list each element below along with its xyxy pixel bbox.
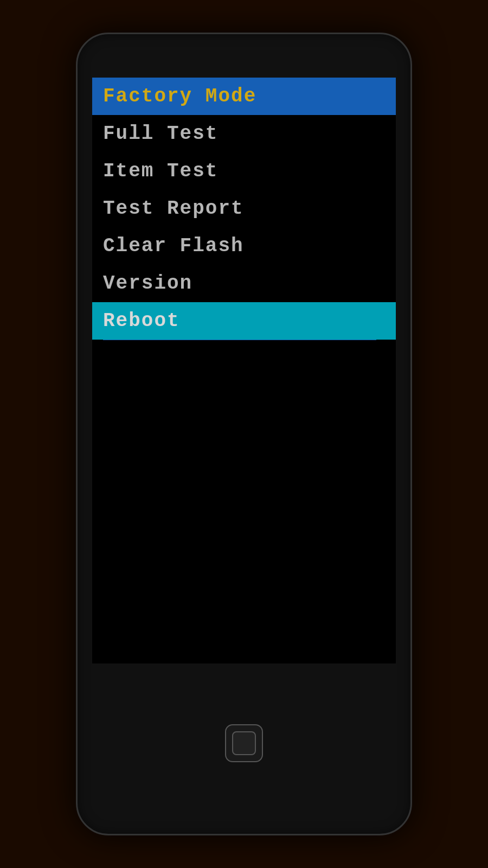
factory-menu-list: Factory Mode Full Test Item Test Test Re… [92, 78, 396, 340]
menu-item-version[interactable]: Version [92, 265, 396, 302]
home-button-area [225, 663, 263, 834]
menu-item-clear-flash[interactable]: Clear Flash [92, 227, 396, 265]
menu-item-test-report[interactable]: Test Report [92, 190, 396, 227]
menu-divider [103, 340, 376, 340]
phone-screen: Factory Mode Full Test Item Test Test Re… [92, 78, 396, 663]
menu-item-reboot[interactable]: Reboot [92, 302, 396, 340]
menu-item-factory-mode[interactable]: Factory Mode [92, 78, 396, 115]
phone-device: Factory Mode Full Test Item Test Test Re… [76, 33, 412, 835]
menu-item-full-test[interactable]: Full Test [92, 115, 396, 152]
home-button-inner [232, 731, 256, 755]
home-button[interactable] [225, 724, 263, 762]
menu-item-item-test[interactable]: Item Test [92, 152, 396, 190]
